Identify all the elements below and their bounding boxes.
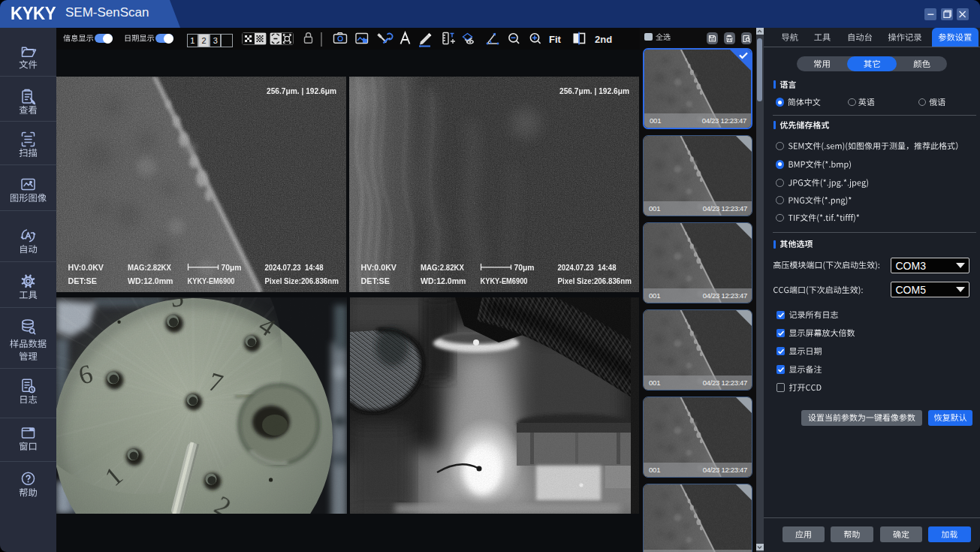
- svg-text:HV:0.0KV: HV:0.0KV: [68, 263, 104, 272]
- svg-text:KYKY-EM6900: KYKY-EM6900: [188, 276, 235, 285]
- svg-text:MAG:2.82KX: MAG:2.82KX: [421, 263, 465, 272]
- svg-text:70μm: 70μm: [222, 263, 242, 272]
- svg-text:MAG:2.82KX: MAG:2.82KX: [128, 263, 172, 272]
- svg-text:2024.07.23 14:48: 2024.07.23 14:48: [558, 263, 617, 272]
- svg-text:HV:0.0KV: HV:0.0KV: [361, 263, 397, 272]
- svg-text:WD:12.0mm: WD:12.0mm: [421, 276, 466, 285]
- svg-text:DET:SE: DET:SE: [68, 276, 98, 285]
- svg-text:Pixel Size:206.836nm: Pixel Size:206.836nm: [265, 276, 339, 285]
- svg-text:Pixel Size:206.836nm: Pixel Size:206.836nm: [558, 276, 632, 285]
- svg-text:256.7μm. | 192.6μm: 256.7μm. | 192.6μm: [267, 86, 336, 95]
- svg-text:DET:SE: DET:SE: [361, 276, 390, 285]
- svg-text:KYKY-EM6900: KYKY-EM6900: [481, 276, 528, 285]
- svg-text:WD:12.0mm: WD:12.0mm: [128, 276, 173, 285]
- svg-text:2024.07.23 14:48: 2024.07.23 14:48: [265, 263, 324, 272]
- svg-text:256.7μm. | 192.6μm: 256.7μm. | 192.6μm: [559, 86, 629, 95]
- svg-text:70μm: 70μm: [514, 263, 535, 272]
